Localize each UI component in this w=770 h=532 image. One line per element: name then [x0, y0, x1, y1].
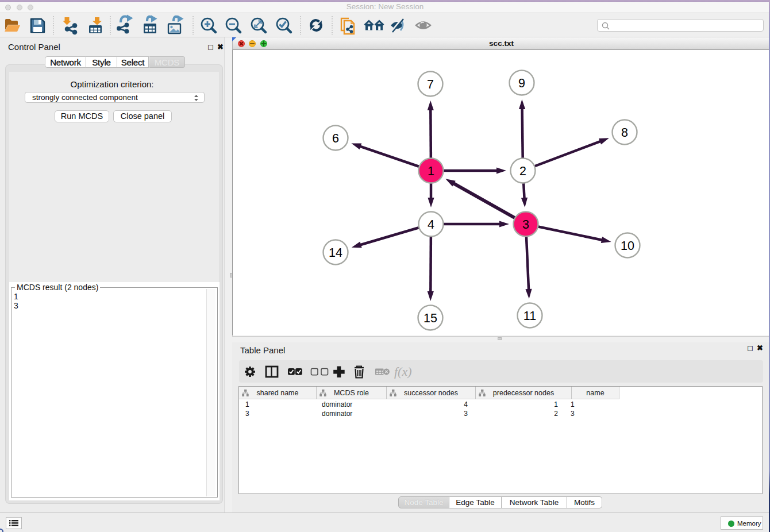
svg-text:1: 1 [428, 164, 434, 178]
svg-text:f(x): f(x) [394, 364, 412, 379]
svg-text:7: 7 [427, 78, 434, 91]
svg-text:6: 6 [332, 132, 339, 145]
svg-text:2: 2 [519, 164, 526, 178]
svg-text:4: 4 [428, 218, 434, 232]
svg-text:8: 8 [621, 126, 628, 140]
svg-text:3: 3 [522, 218, 529, 232]
svg-text:9: 9 [518, 76, 525, 90]
svg-text:10: 10 [621, 239, 634, 253]
svg-text:15: 15 [424, 311, 437, 325]
svg-text:11: 11 [523, 309, 536, 323]
svg-text:14: 14 [329, 246, 342, 260]
